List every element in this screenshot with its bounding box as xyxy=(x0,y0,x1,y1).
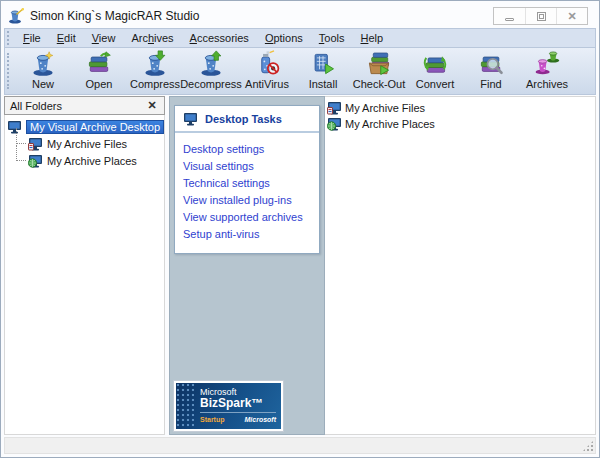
task-link-setup-antivirus[interactable]: Setup anti-virus xyxy=(183,226,313,243)
main-toolbar: New Open Compress xyxy=(4,48,596,95)
minimize-button[interactable] xyxy=(494,8,525,24)
tree-item-label: My Visual Archive Desktop xyxy=(26,120,164,134)
bizspark-badge[interactable]: Microsoft BizSpark™ Startup Microsoft xyxy=(174,381,283,431)
toolbar-button-label: New xyxy=(32,78,54,90)
menu-label-mnemonic: E xyxy=(57,32,64,44)
toolbar-button-archives[interactable]: Archives xyxy=(519,48,575,94)
title-bar[interactable]: Simon King`s MagicRAR Studio ✕ xyxy=(4,4,596,28)
tree-item-label: My Archive Files xyxy=(47,138,127,150)
folder-tree: My Visual Archive Desktop My Archive Fil… xyxy=(4,115,165,435)
task-links: Desktop settings Visual settings Technic… xyxy=(175,133,319,253)
toolbar-button-open[interactable]: Open xyxy=(71,48,127,94)
task-link-desktop-settings[interactable]: Desktop settings xyxy=(183,141,313,158)
maximize-icon xyxy=(537,12,546,21)
content-item-label: My Archive Places xyxy=(345,118,435,130)
app-magic-hat-icon xyxy=(8,8,24,24)
toolbar-button-label: Convert xyxy=(416,78,455,90)
close-button[interactable]: ✕ xyxy=(556,8,587,24)
content-item-archive-places[interactable]: My Archive Places xyxy=(327,116,593,132)
menu-accessories[interactable]: Accessories xyxy=(182,30,257,46)
bizspark-bottom-row: Startup Microsoft xyxy=(200,416,276,423)
menu-label-part: elp xyxy=(368,32,383,44)
menu-label-part: ives xyxy=(154,32,174,44)
menu-tools[interactable]: Tools xyxy=(311,30,353,46)
tree-item-archive-places[interactable]: My Archive Places xyxy=(7,152,162,169)
tasks-panel: Desktop Tasks Desktop settings Visual se… xyxy=(169,96,325,435)
folders-panel-header: All Folders ✕ xyxy=(4,96,165,115)
menu-label-mnemonic: F xyxy=(23,32,30,44)
toolbar-button-label: Compress xyxy=(130,78,180,90)
task-link-view-plugins[interactable]: View installed plug-ins xyxy=(183,192,313,209)
toolbar-button-label: Open xyxy=(86,78,113,90)
tree-item-label: My Archive Places xyxy=(47,155,137,167)
menu-label-mnemonic: V xyxy=(92,32,99,44)
hat-compress-icon xyxy=(141,50,169,78)
main-area: All Folders ✕ My Visual Archive Desktop … xyxy=(4,96,596,435)
menu-label-part: ccessories xyxy=(197,32,249,44)
archive-files-icon xyxy=(28,136,44,152)
bizspark-logo-text: BizSpark™ xyxy=(200,397,276,413)
spray-antivirus-icon xyxy=(253,50,281,78)
task-link-visual-settings[interactable]: Visual settings xyxy=(183,158,313,175)
books-find-icon xyxy=(477,50,505,78)
folders-panel-title: All Folders xyxy=(10,100,145,112)
hat-decompress-icon xyxy=(197,50,225,78)
bizspark-startup-tag: Startup xyxy=(200,416,225,423)
menu-label-part: ile xyxy=(30,32,41,44)
content-item-label: My Archive Files xyxy=(345,102,425,114)
menu-edit[interactable]: Edit xyxy=(49,30,84,46)
status-bar xyxy=(4,437,596,454)
window-title: Simon King`s MagicRAR Studio xyxy=(30,9,493,23)
toolbar-button-convert[interactable]: Convert xyxy=(407,48,463,94)
toolbar-button-decompress[interactable]: Decompress xyxy=(183,48,239,94)
minimize-icon xyxy=(505,18,514,21)
toolbar-button-label: Install xyxy=(309,78,338,90)
app-window: Simon King`s MagicRAR Studio ✕ File Edit… xyxy=(0,0,600,458)
menu-archives[interactable]: Archives xyxy=(123,30,181,46)
task-link-technical-settings[interactable]: Technical settings xyxy=(183,175,313,192)
magic-hat-new-icon xyxy=(29,50,57,78)
toolbar-gripper-handle[interactable] xyxy=(7,53,12,89)
toolbar-button-label: AntiVirus xyxy=(245,78,289,90)
archive-places-icon xyxy=(28,153,44,169)
menu-label-part: ptions xyxy=(273,32,302,44)
resize-grip-handle[interactable] xyxy=(582,440,594,452)
archive-files-icon xyxy=(327,100,343,116)
desktop-tasks-header: Desktop Tasks xyxy=(175,106,319,133)
toolbar-button-label: Check-Out xyxy=(353,78,406,90)
menu-label-part: iew xyxy=(99,32,116,44)
menu-label-part: dit xyxy=(64,32,76,44)
desktop-tasks-title: Desktop Tasks xyxy=(205,113,282,125)
toolbar-button-new[interactable]: New xyxy=(15,48,71,94)
window-controls: ✕ xyxy=(493,7,588,25)
tree-item-desktop[interactable]: My Visual Archive Desktop xyxy=(7,118,162,135)
menu-help[interactable]: Help xyxy=(352,30,391,46)
menu-view[interactable]: View xyxy=(84,30,124,46)
archive-places-icon xyxy=(327,116,343,132)
books-open-icon xyxy=(85,50,113,78)
tree-item-archive-files[interactable]: My Archive Files xyxy=(7,135,162,152)
content-panel: My Archive Files My Archive Places xyxy=(325,96,596,435)
task-link-view-archives[interactable]: View supported archives xyxy=(183,209,313,226)
bizspark-brand-text: Microsoft xyxy=(245,416,277,423)
desktop-monitor-icon xyxy=(183,111,199,127)
maximize-button[interactable] xyxy=(525,8,556,24)
content-item-archive-files[interactable]: My Archive Files xyxy=(327,100,593,116)
menu-label-part: Arc xyxy=(131,32,148,44)
menu-file[interactable]: File xyxy=(15,30,49,46)
menu-bar: File Edit View Archives Accessories Opti… xyxy=(4,28,596,48)
books-convert-icon xyxy=(421,50,449,78)
toolbar-button-checkout[interactable]: Check-Out xyxy=(351,48,407,94)
toolbar-button-label: Decompress xyxy=(180,78,242,90)
toolbar-button-antivirus[interactable]: AntiVirus xyxy=(239,48,295,94)
menu-options[interactable]: Options xyxy=(257,30,311,46)
desktop-tasks-box: Desktop Tasks Desktop settings Visual se… xyxy=(174,105,320,254)
toolbar-button-find[interactable]: Find xyxy=(463,48,519,94)
toolbar-button-install[interactable]: Install xyxy=(295,48,351,94)
folders-panel-close-icon[interactable]: ✕ xyxy=(145,99,159,112)
folders-panel: All Folders ✕ My Visual Archive Desktop … xyxy=(4,96,165,435)
menubar-gripper-handle[interactable] xyxy=(7,31,12,45)
toolbar-button-label: Find xyxy=(480,78,501,90)
toolbar-button-compress[interactable]: Compress xyxy=(127,48,183,94)
toolbar-button-label: Archives xyxy=(526,78,568,90)
